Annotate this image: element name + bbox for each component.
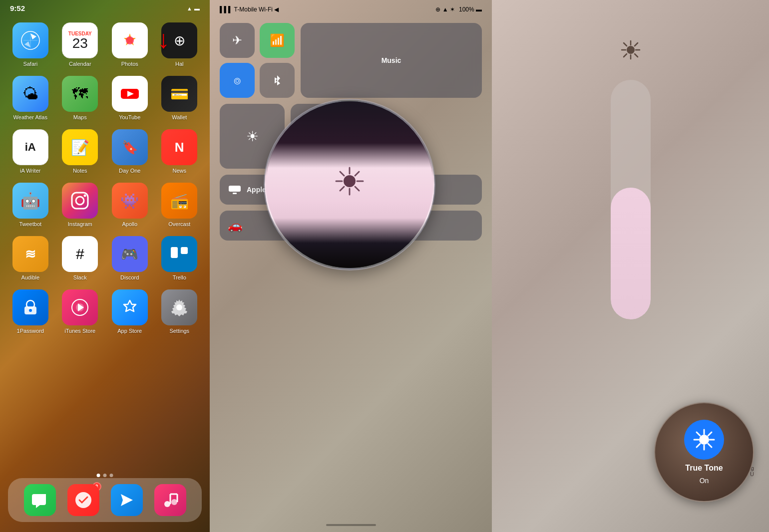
tweetbot-icon[interactable]: 🤖 xyxy=(12,183,48,219)
settings-label: Settings xyxy=(169,328,189,334)
iphone-home-screen: 9:52 ▲ ▬ ↓ Safari Tuesday 23 Calendar xyxy=(0,0,210,532)
svg-marker-21 xyxy=(121,494,133,506)
svg-line-43 xyxy=(624,43,627,46)
ia-writer-icon[interactable]: iA xyxy=(12,129,48,165)
wallet-icon[interactable]: 💳 xyxy=(161,76,197,112)
svg-point-10 xyxy=(76,197,84,205)
svg-line-45 xyxy=(635,43,638,46)
app-slack[interactable]: # Slack xyxy=(60,236,101,280)
svg-line-54 xyxy=(708,432,712,436)
app-settings[interactable]: Settings xyxy=(159,289,200,334)
app-calendar[interactable]: Tuesday 23 Calendar xyxy=(60,22,101,67)
slack-label: Slack xyxy=(73,274,87,280)
app-apollo[interactable]: 👾 Apollo xyxy=(109,183,150,227)
app-photos[interactable]: Photos xyxy=(109,22,150,67)
app-wallet[interactable]: 💳 Wallet xyxy=(159,76,200,120)
cc-left-column: ✈ 📶 ⌾ xyxy=(220,23,295,98)
safari-icon[interactable] xyxy=(12,22,48,58)
app-appstore[interactable]: App Store xyxy=(109,289,150,334)
maps-icon[interactable]: 🗺 xyxy=(62,76,98,112)
svg-line-35 xyxy=(355,187,359,191)
bluetooth-icon xyxy=(271,74,283,86)
discord-icon[interactable]: 🎮 xyxy=(112,236,148,272)
notes-icon[interactable]: 📝 xyxy=(62,129,98,165)
cc-music-tile[interactable]: Music xyxy=(301,23,482,98)
trello-icon[interactable] xyxy=(161,236,197,272)
audible-label: Audible xyxy=(21,274,39,280)
day-one-label: Day One xyxy=(119,168,140,174)
app-notes[interactable]: 📝 Notes xyxy=(60,129,101,174)
music-icon[interactable] xyxy=(154,484,186,516)
dock-messages[interactable] xyxy=(24,484,56,516)
app-1password[interactable]: 1Password xyxy=(10,289,51,334)
slack-icon[interactable]: # xyxy=(62,236,98,272)
app-day-one[interactable]: 🔖 Day One xyxy=(109,129,150,174)
day-one-symbol: 🔖 xyxy=(122,140,138,155)
brightness-slider[interactable] xyxy=(611,80,651,319)
status-time: 9:52 xyxy=(10,4,25,12)
maps-label: Maps xyxy=(73,114,87,120)
itunes-label: iTunes Store xyxy=(64,328,95,334)
app-audible[interactable]: ≋ Audible xyxy=(10,236,51,280)
app-tweetbot[interactable]: 🤖 Tweetbot xyxy=(10,183,51,227)
weather-atlas-icon[interactable]: 🌤 xyxy=(12,76,48,112)
music-tile-label: Music xyxy=(382,56,401,64)
reminders-icon[interactable] xyxy=(67,484,99,516)
app-discord[interactable]: 🎮 Discord xyxy=(109,236,150,280)
svg-line-44 xyxy=(635,54,638,57)
dock-direct[interactable] xyxy=(111,484,143,516)
true-tone-circle[interactable]: True Tone On xyxy=(654,402,754,502)
page-dots xyxy=(97,474,113,477)
1password-icon[interactable] xyxy=(12,289,48,325)
panel3-sun-icon xyxy=(621,40,641,64)
app-weather-atlas[interactable]: 🌤 Weather Atlas xyxy=(10,76,51,120)
overcast-icon[interactable]: 📻 xyxy=(161,183,197,219)
apollo-symbol: 👾 xyxy=(120,192,139,210)
cc-bluetooth-tile[interactable] xyxy=(260,63,295,98)
cc-wifi-tile[interactable]: ⌾ xyxy=(220,63,255,98)
app-trello[interactable]: Trello xyxy=(159,236,200,280)
cc-cellular-tile[interactable]: 📶 xyxy=(260,23,295,58)
page-dot-1[interactable] xyxy=(97,474,100,477)
trello-label: Trello xyxy=(173,274,186,280)
svg-point-29 xyxy=(344,175,356,187)
cc-brightness-content: ☀ xyxy=(246,128,259,145)
page-dot-2[interactable] xyxy=(103,474,107,477)
calendar-icon[interactable]: Tuesday 23 xyxy=(62,22,98,58)
weather-atlas-label: Weather Atlas xyxy=(13,114,47,120)
page-dot-3[interactable] xyxy=(110,474,113,477)
news-icon[interactable]: N xyxy=(161,129,197,165)
airplane-icon: ✈ xyxy=(232,33,242,47)
day-one-icon[interactable]: 🔖 xyxy=(112,129,148,165)
notes-label: Notes xyxy=(73,168,87,174)
itunes-icon[interactable] xyxy=(62,289,98,325)
cc-top-row: ✈ 📶 xyxy=(220,23,295,58)
news-symbol: N xyxy=(175,140,184,155)
photos-icon[interactable] xyxy=(112,22,148,58)
audible-icon[interactable]: ≋ xyxy=(12,236,48,272)
dock-reminders[interactable]: 3 xyxy=(67,484,99,516)
instagram-icon[interactable] xyxy=(62,183,98,219)
apollo-icon[interactable]: 👾 xyxy=(112,183,148,219)
app-maps[interactable]: 🗺 Maps xyxy=(60,76,101,120)
svg-line-53 xyxy=(708,444,712,447)
wallet-label: Wallet xyxy=(172,114,187,120)
app-instagram[interactable]: Instagram xyxy=(60,183,101,227)
youtube-icon[interactable] xyxy=(112,76,148,112)
notes-symbol: 📝 xyxy=(71,139,89,156)
app-news[interactable]: N News xyxy=(159,129,200,174)
app-safari[interactable]: Safari xyxy=(10,22,51,67)
app-overcast[interactable]: 📻 Overcast xyxy=(159,183,200,227)
cc-airplane-tile[interactable]: ✈ xyxy=(220,23,255,58)
tweetbot-symbol: 🤖 xyxy=(20,191,40,210)
cc-status-bar: ▌▌▌ T-Mobile Wi-Fi ◀ ⊕ ▲ ✶ 100% ▬ xyxy=(210,0,492,17)
app-ia-writer[interactable]: iA iA Writer xyxy=(10,129,51,174)
app-itunes[interactable]: iTunes Store xyxy=(60,289,101,334)
app-youtube[interactable]: YouTube xyxy=(109,76,150,120)
dock-music[interactable] xyxy=(154,484,186,516)
true-tone-status: On xyxy=(700,477,709,485)
appstore-icon[interactable] xyxy=(112,289,148,325)
direct-icon[interactable] xyxy=(111,484,143,516)
messages-icon[interactable] xyxy=(24,484,56,516)
settings-icon[interactable] xyxy=(161,289,197,325)
